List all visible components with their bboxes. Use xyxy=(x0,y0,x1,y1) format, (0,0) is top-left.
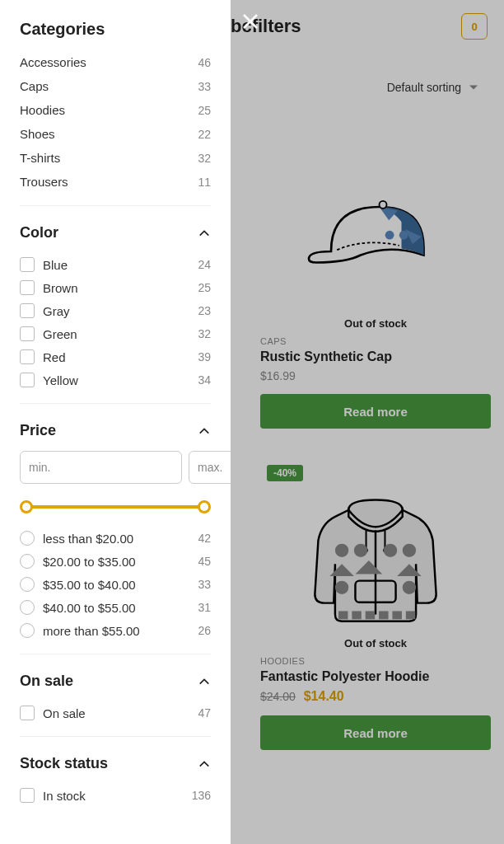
checkbox[interactable] xyxy=(20,326,35,341)
onsale-section-toggle[interactable]: On sale xyxy=(20,673,211,690)
price-range-option[interactable]: more than $55.0026 xyxy=(20,619,211,642)
chevron-up-icon xyxy=(198,227,211,240)
color-section-toggle[interactable]: Color xyxy=(20,224,211,241)
color-filter-option[interactable]: Green32 xyxy=(20,322,211,345)
price-slider[interactable] xyxy=(20,499,211,515)
radio[interactable] xyxy=(20,600,35,615)
divider xyxy=(20,205,211,206)
color-filter-option[interactable]: Gray23 xyxy=(20,299,211,322)
category-item[interactable]: T-shirts32 xyxy=(20,146,211,170)
chevron-up-icon xyxy=(198,757,211,771)
checkbox[interactable] xyxy=(20,349,35,364)
price-range-option[interactable]: $20.00 to $35.0045 xyxy=(20,550,211,573)
color-filter-option[interactable]: Blue24 xyxy=(20,253,211,276)
close-icon[interactable] xyxy=(240,12,260,35)
color-filter-option[interactable]: Yellow34 xyxy=(20,368,211,392)
divider xyxy=(20,403,211,404)
price-min-input[interactable] xyxy=(20,451,182,484)
chevron-up-icon xyxy=(198,675,211,688)
onsale-filter-option[interactable]: On sale47 xyxy=(20,701,211,724)
price-range-option[interactable]: $40.00 to $55.0031 xyxy=(20,596,211,619)
stock-filter-option[interactable]: In stock136 xyxy=(20,784,211,807)
checkbox[interactable] xyxy=(20,280,35,295)
price-section-toggle[interactable]: Price xyxy=(20,422,211,439)
divider xyxy=(20,736,211,737)
radio[interactable] xyxy=(20,531,35,546)
checkbox[interactable] xyxy=(20,373,35,387)
slider-thumb-min[interactable] xyxy=(20,500,33,513)
category-item[interactable]: Hoodies25 xyxy=(20,98,211,122)
checkbox[interactable] xyxy=(20,257,35,272)
radio[interactable] xyxy=(20,577,35,592)
price-range-option[interactable]: $35.00 to $40.0033 xyxy=(20,573,211,596)
radio[interactable] xyxy=(20,623,35,638)
filter-panel: Categories Accessories46 Caps33 Hoodies2… xyxy=(0,0,231,844)
checkbox[interactable] xyxy=(20,706,35,720)
color-filter-option[interactable]: Red39 xyxy=(20,345,211,368)
chevron-up-icon xyxy=(198,424,211,438)
category-item[interactable]: Shoes22 xyxy=(20,122,211,146)
category-item[interactable]: Accessories46 xyxy=(20,50,211,74)
slider-thumb-max[interactable] xyxy=(198,500,211,513)
checkbox[interactable] xyxy=(20,788,35,803)
category-item[interactable]: Trousers11 xyxy=(20,170,211,194)
price-max-input[interactable] xyxy=(189,451,231,484)
checkbox[interactable] xyxy=(20,303,35,318)
stock-section-toggle[interactable]: Stock status xyxy=(20,755,211,772)
categories-heading: Categories xyxy=(20,20,211,39)
radio[interactable] xyxy=(20,554,35,569)
divider xyxy=(20,654,211,654)
price-range-option[interactable]: less than $20.0042 xyxy=(20,527,211,550)
color-filter-option[interactable]: Brown25 xyxy=(20,276,211,299)
category-item[interactable]: Caps33 xyxy=(20,74,211,98)
